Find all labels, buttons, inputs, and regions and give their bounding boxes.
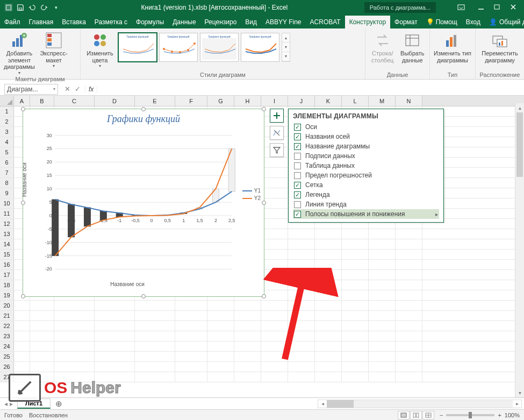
- tab-insert[interactable]: Вставка: [58, 16, 90, 29]
- move-chart-button[interactable]: Переместить диаграмму: [479, 31, 521, 63]
- cell[interactable]: [207, 331, 234, 341]
- cell[interactable]: [234, 311, 261, 321]
- y-axis-title[interactable]: Название оси: [21, 162, 27, 197]
- cell[interactable]: [288, 290, 315, 300]
- column-header[interactable]: E: [135, 96, 175, 106]
- cell[interactable]: [30, 331, 54, 341]
- change-colors-button[interactable]: Изменить цвета▾: [84, 31, 116, 68]
- cell[interactable]: [369, 301, 396, 310]
- cell[interactable]: [30, 321, 54, 331]
- cell[interactable]: [342, 290, 369, 300]
- cell[interactable]: [207, 311, 234, 321]
- row-header[interactable]: 9: [0, 188, 14, 198]
- cell[interactable]: [342, 352, 369, 361]
- cell[interactable]: [261, 341, 288, 351]
- cancel-icon[interactable]: ✕: [64, 85, 70, 93]
- row-header[interactable]: 18: [0, 280, 14, 290]
- cell[interactable]: [369, 270, 396, 280]
- cell[interactable]: [396, 352, 422, 361]
- cell[interactable]: [342, 341, 369, 351]
- cell[interactable]: [175, 352, 207, 361]
- row-header[interactable]: 15: [0, 250, 14, 259]
- select-data-button[interactable]: Выбрать данные: [399, 31, 427, 63]
- tab-chart-format[interactable]: Формат: [390, 16, 422, 29]
- checkbox-icon[interactable]: [294, 143, 301, 150]
- column-header[interactable]: L: [342, 96, 369, 106]
- cell[interactable]: [288, 280, 315, 290]
- cell[interactable]: [288, 250, 315, 259]
- row-header[interactable]: 12: [0, 219, 14, 229]
- cell[interactable]: [315, 239, 342, 249]
- resize-handle[interactable]: [21, 107, 25, 111]
- cell[interactable]: [396, 301, 422, 310]
- zoom-in-button[interactable]: +: [498, 412, 501, 418]
- cell[interactable]: [315, 372, 342, 382]
- row-header[interactable]: 6: [0, 158, 14, 167]
- qat-customize-icon[interactable]: ▾: [51, 2, 61, 13]
- row-header[interactable]: 7: [0, 168, 14, 177]
- undo-icon[interactable]: [27, 2, 38, 13]
- chart-plot-area[interactable]: -20-15-10-5051015202530-3-2,5-2-1,5-1-0,…: [23, 127, 264, 288]
- cell[interactable]: [14, 301, 30, 310]
- cell[interactable]: [30, 372, 54, 382]
- column-header[interactable]: G: [207, 96, 234, 106]
- chart-element-option[interactable]: Оси: [293, 122, 439, 132]
- cell[interactable]: [135, 301, 175, 310]
- cell[interactable]: [396, 321, 422, 331]
- cell[interactable]: [288, 270, 315, 280]
- tab-page-layout[interactable]: Разметка с: [90, 16, 132, 29]
- cell[interactable]: [288, 362, 315, 372]
- cell[interactable]: [396, 290, 422, 300]
- cell[interactable]: [54, 321, 95, 331]
- cell[interactable]: [315, 321, 342, 331]
- close-icon[interactable]: [510, 4, 516, 12]
- change-chart-type-button[interactable]: Изменить тип диаграммы: [433, 31, 472, 63]
- cell[interactable]: [234, 331, 261, 341]
- column-header[interactable]: M: [369, 96, 396, 106]
- row-header[interactable]: 16: [0, 260, 14, 269]
- cell[interactable]: [54, 301, 95, 310]
- cell[interactable]: [54, 352, 95, 361]
- cell[interactable]: [342, 229, 369, 239]
- cell[interactable]: [369, 341, 396, 351]
- cell[interactable]: [54, 331, 95, 341]
- cell[interactable]: [234, 362, 261, 372]
- chart-style-2[interactable]: Графики функций: [159, 33, 198, 62]
- formula-input[interactable]: [97, 84, 524, 95]
- chart-element-option[interactable]: Предел погрешностей: [293, 170, 439, 180]
- minimize-icon[interactable]: [478, 4, 484, 12]
- cell[interactable]: [315, 290, 342, 300]
- resize-handle[interactable]: [21, 294, 25, 298]
- page-layout-view-button[interactable]: [410, 411, 422, 419]
- cell[interactable]: [207, 321, 234, 331]
- cell[interactable]: [342, 362, 369, 372]
- zoom-out-button[interactable]: −: [440, 412, 443, 418]
- checkbox-icon[interactable]: [294, 162, 301, 169]
- column-header[interactable]: A: [14, 96, 30, 106]
- cell[interactable]: [315, 362, 342, 372]
- fx-icon[interactable]: fx: [85, 86, 97, 93]
- tab-tell-me[interactable]: 💡Помощ: [422, 16, 462, 29]
- add-chart-element-button[interactable]: Добавить элемент диаграммы▾: [3, 31, 35, 75]
- column-header[interactable]: D: [95, 96, 135, 106]
- sheet-tab[interactable]: Лист1: [17, 398, 51, 409]
- row-header[interactable]: 25: [0, 352, 14, 361]
- cell[interactable]: [261, 311, 288, 321]
- maximize-icon[interactable]: [494, 4, 500, 12]
- checkbox-icon[interactable]: [294, 133, 301, 140]
- chart-legend[interactable]: Y1 Y2: [242, 186, 261, 203]
- cell[interactable]: [369, 250, 396, 259]
- vertical-scrollbar[interactable]: ▴▾: [515, 103, 524, 397]
- chart-styles-button[interactable]: [270, 126, 284, 140]
- cell[interactable]: [261, 362, 288, 372]
- cell[interactable]: [396, 239, 422, 249]
- cell[interactable]: [95, 321, 135, 331]
- cell[interactable]: [396, 311, 422, 321]
- tab-formulas[interactable]: Формулы: [132, 16, 168, 29]
- cell[interactable]: [175, 372, 207, 382]
- cell[interactable]: [369, 229, 396, 239]
- row-header[interactable]: 20: [0, 301, 14, 310]
- tab-file[interactable]: Файл: [0, 16, 25, 29]
- cell[interactable]: [369, 372, 396, 382]
- cell[interactable]: [369, 280, 396, 290]
